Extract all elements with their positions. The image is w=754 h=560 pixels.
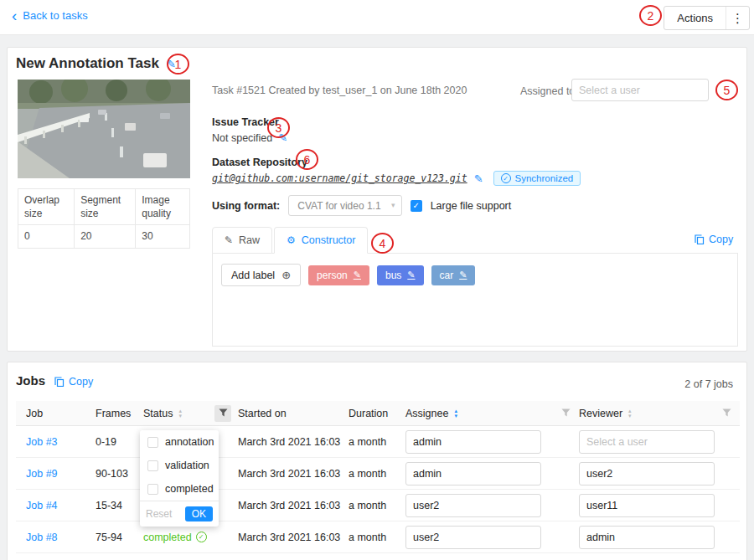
jobs-title: Jobs [16,373,45,388]
sort-icon[interactable]: ▴▾ [178,408,182,419]
format-select[interactable]: CVAT for video 1.1 ▾ [288,195,401,216]
task-params-table: Overlap size Segment size Image quality … [18,188,190,249]
filter-ok-button[interactable]: OK [185,506,213,521]
dataset-repository-row: git@github.com:username/git_storage_v123… [212,171,581,186]
filter-option-validation[interactable]: validation [140,454,219,477]
callout-5: 5 [715,80,738,100]
filter-option-annotation[interactable]: annotation [140,430,219,454]
param-value-segment: 20 [75,225,136,248]
assigned-to-label: Assigned to [520,85,575,97]
column-header-duration: Duration [349,408,405,419]
checkbox-icon[interactable] [147,484,158,495]
label-tag-bus[interactable]: bus ✎ [377,265,424,285]
filter-reset-button[interactable]: Reset [146,508,172,520]
add-label-label: Add label [231,270,275,281]
reviewer-input[interactable] [579,526,715,549]
label-edit-icon[interactable]: ✎ [459,270,467,280]
duration-cell: a month [349,500,405,511]
column-header-started: Started on [238,408,349,419]
tab-constructor-label: Constructor [302,234,356,246]
task-title-row: New Annotation Task ✎ [16,55,176,72]
sort-icon[interactable]: ▴▾ [454,408,457,419]
job-link[interactable]: Job #3 [26,436,58,448]
label-tag-person[interactable]: person ✎ [308,265,369,285]
label-tag-bus-name: bus [385,270,401,281]
param-value-quality: 30 [136,225,190,248]
more-options-icon[interactable]: ⋮ [726,7,749,29]
label-edit-icon[interactable]: ✎ [407,270,415,280]
job-link[interactable]: Job #8 [26,532,58,543]
reviewer-input[interactable] [579,494,715,517]
table-row: Job #3 0-19 March 3rd 2021 16:03 a month [16,426,740,458]
tab-constructor[interactable]: ⚙ Constructor [274,227,368,254]
task-preview-image [18,80,190,178]
job-link[interactable]: Job #4 [26,500,58,511]
assignee-input[interactable] [405,462,541,486]
reviewer-input[interactable] [579,462,715,486]
checkbox-icon[interactable] [147,437,158,448]
actions-button[interactable]: Actions ⋮ [664,6,750,30]
reviewer-input[interactable] [579,430,715,454]
assignee-input[interactable] [405,430,541,454]
label-tag-person-name: person [317,270,348,281]
table-row: Job #8 75-94 completed ✓ March 3rd 2021 … [16,521,740,553]
labels-tabs: ✎ Raw ⚙ Constructor [212,227,368,254]
large-file-checkbox[interactable]: ✓ [411,200,422,212]
param-header-overlap: Overlap size [18,189,75,225]
frames-cell: 15-34 [96,500,143,511]
filter-icon-assignee[interactable] [561,408,571,418]
sort-icon[interactable]: ▴▾ [628,408,632,419]
job-link[interactable]: Job #9 [26,468,58,480]
tab-raw[interactable]: ✎ Raw [212,227,272,254]
column-header-job: Job [16,408,96,419]
callout-3: 3 [267,117,290,138]
frames-cell: 75-94 [96,532,143,543]
task-assignee-input[interactable] [571,79,709,101]
using-format-label: Using format: [212,200,280,212]
label-tag-car[interactable]: car ✎ [431,265,476,285]
jobs-copy-button[interactable]: Copy [54,376,93,388]
column-header-reviewer[interactable]: Reviewer ▴▾ [579,408,740,419]
add-label-button[interactable]: Add label ⊕ [221,264,301,286]
assignee-input[interactable] [405,526,541,549]
sync-badge-label: Synchronized [515,173,574,183]
jobs-table-header: Job Frames Status ▴▾ Started on Duration… [16,401,740,426]
callout-4: 4 [371,233,394,254]
checkbox-icon[interactable] [147,460,158,471]
status-cell: completed ✓ [143,532,238,543]
task-details-card: New Annotation Task ✎ 1 [7,47,747,352]
column-header-status[interactable]: Status ▴▾ [143,405,238,422]
jobs-card: Jobs Copy 2 of 7 jobs Job Frames Status … [7,362,747,560]
assignee-input[interactable] [405,494,541,517]
status-completed: completed ✓ [143,532,207,543]
top-bar: ‹ Back to tasks 2 Actions ⋮ [0,0,754,35]
callout-1: 1 [167,54,189,74]
param-header-quality: Image quality [136,189,190,225]
filter-footer: Reset OK [140,501,219,527]
label-edit-icon[interactable]: ✎ [354,270,361,280]
task-meta-text: Task #1521 Created by test_user_1 on Jun… [212,85,467,96]
started-cell: March 3rd 2021 16:03 [238,436,349,448]
tools-icon: ⚙ [287,234,296,246]
jobs-copy-label: Copy [69,376,93,388]
copy-icon [695,234,705,244]
filter-icon-status[interactable] [214,405,231,422]
frames-cell: 90-103 [96,468,143,480]
back-link-label: Back to tasks [23,9,87,22]
pencil-icon: ✎ [225,234,233,246]
started-cell: March 3rd 2021 16:03 [238,532,349,543]
started-cell: March 3rd 2021 16:03 [238,468,349,480]
dataset-repository-edit-icon[interactable]: ✎ [474,172,483,185]
filter-icon-reviewer[interactable] [722,408,731,418]
issue-tracker-value: Not specified [212,132,272,144]
duration-cell: a month [349,436,405,448]
label-tag-car-name: car [440,270,454,281]
labels-copy-label: Copy [709,234,733,245]
task-title: New Annotation Task [16,55,159,72]
labels-copy-button[interactable]: Copy [695,234,733,245]
filter-option-completed[interactable]: completed [140,477,219,501]
chevron-left-icon: ‹ [12,10,17,22]
dataset-repository-value: git@github.com:username/git_storage_v123… [212,172,467,184]
column-header-assignee[interactable]: Assignee ▴▾ [405,408,579,419]
back-to-tasks-link[interactable]: ‹ Back to tasks [12,9,88,22]
